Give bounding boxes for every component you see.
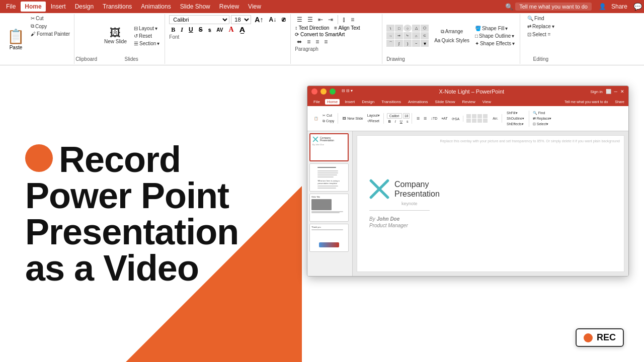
ppt-shape-mini[interactable] <box>483 114 488 118</box>
shape-item[interactable]: ⤷ <box>404 32 412 39</box>
columns-button[interactable]: ⫿ <box>341 15 348 24</box>
shape-item[interactable]: ⌣ <box>412 40 420 47</box>
copy-button[interactable]: ⧉ Copy <box>29 23 72 30</box>
close-button[interactable] <box>311 88 317 95</box>
increase-indent-button[interactable]: ⇥ <box>326 15 335 24</box>
section-button[interactable]: ☰ Section ▾ <box>132 40 162 47</box>
paste-button[interactable]: 📋 Paste <box>4 15 28 63</box>
tab-file[interactable]: File <box>2 2 20 12</box>
ppt-shape-mini[interactable] <box>466 114 471 118</box>
shape-effects-button[interactable]: ✦ Shape Effects ▾ <box>473 40 517 47</box>
ppt-shapeoutline-mini[interactable]: ShOutline▾ <box>505 116 526 121</box>
shape-fill-button[interactable]: 🪣 Shape Fill ▾ <box>473 25 517 32</box>
quick-styles-button[interactable]: Aа Quick Styles <box>432 37 471 44</box>
ppt-fontname-mini[interactable]: Calibri <box>387 113 402 119</box>
ppt-cut-mini[interactable]: ✂ Cut <box>321 113 336 118</box>
ppt-smartart-mini[interactable]: ⟳SA <box>450 117 461 122</box>
maximize-button[interactable] <box>330 88 336 95</box>
ppt-aligntext-mini[interactable]: ≡AT <box>440 116 449 121</box>
shape-item[interactable]: ⊂ <box>421 32 429 39</box>
align-text-button[interactable]: ≡ Align Text <box>334 25 360 31</box>
ppt-shape-mini[interactable] <box>472 119 476 123</box>
shape-outline-button[interactable]: □ Shape Outline ▾ <box>473 33 517 39</box>
shape-item[interactable]: ) <box>404 40 412 47</box>
shape-item[interactable]: △ <box>412 25 420 32</box>
ppt-layout-mini[interactable]: Layout▾ <box>366 113 381 118</box>
ppt-tab-view[interactable]: View <box>480 99 493 105</box>
shape-item[interactable]: \ <box>386 25 394 32</box>
cut-button[interactable]: ✂ Cut <box>29 15 72 22</box>
tab-slideshow[interactable]: Slide Show <box>176 2 214 12</box>
slide-thumb-3[interactable]: Slide Title <box>309 194 349 222</box>
tab-animations[interactable]: Animations <box>137 2 175 12</box>
font-highlight-button[interactable]: A̲ <box>237 25 247 34</box>
ppt-tab-transitions[interactable]: Transitions <box>379 99 403 105</box>
italic-button[interactable]: I <box>179 26 185 34</box>
shape-item[interactable]: □ <box>395 25 403 32</box>
ppt-tab-file[interactable]: File <box>311 99 322 105</box>
ppt-find-mini-btn[interactable]: 🔍 Find <box>531 111 553 116</box>
shape-item[interactable]: ∩ <box>412 32 420 39</box>
ppt-shape-mini[interactable] <box>466 119 471 123</box>
align-right-button[interactable]: ≡ <box>313 37 321 46</box>
tab-review[interactable]: Review <box>215 2 243 12</box>
ppt-shapefill-mini[interactable]: ShFill▾ <box>505 111 526 116</box>
clear-format-button[interactable]: ⎚ <box>280 16 287 24</box>
ppt-italic-mini[interactable]: I <box>393 119 397 124</box>
ppt-shape-mini[interactable] <box>477 114 482 118</box>
ppt-minimize-button[interactable]: ─ <box>614 89 617 94</box>
tell-me-input[interactable]: Tell me what you want to do <box>515 3 592 11</box>
slide-thumb-2[interactable]: What are here is using apresentation tem… <box>309 163 349 192</box>
layout-button[interactable]: ⊟ Layout ▾ <box>132 25 162 32</box>
ppt-fontsize-mini[interactable]: 18 <box>403 113 410 119</box>
increase-font-button[interactable]: A↑ <box>253 15 265 24</box>
numbering-button[interactable]: ☰ <box>305 15 315 24</box>
select-button[interactable]: ⊡ Select = <box>525 31 556 38</box>
ppt-restore-button[interactable]: ⬜ <box>606 89 611 94</box>
tab-home[interactable]: Home <box>21 2 45 12</box>
font-size-select[interactable]: 18 <box>231 15 251 24</box>
tab-insert[interactable]: Insert <box>47 2 70 12</box>
reset-button[interactable]: ↺ Reset <box>132 33 162 39</box>
underline-button[interactable]: U <box>187 26 195 34</box>
ppt-tab-design[interactable]: Design <box>360 99 376 105</box>
font-color-button[interactable]: A <box>226 25 235 34</box>
tab-design[interactable]: Design <box>71 2 98 12</box>
shape-item[interactable]: ○ <box>404 25 412 32</box>
comment-icon[interactable]: 💬 <box>633 3 642 11</box>
ppt-shape-mini[interactable] <box>472 114 476 118</box>
arrange-button[interactable]: ⧉ Arrange <box>432 28 471 36</box>
ppt-copy-mini[interactable]: ⧉ Copy <box>321 119 336 124</box>
ppt-shapeeffects-mini[interactable]: ShEffects▾ <box>505 122 526 127</box>
ppt-shape-mini[interactable] <box>483 119 488 123</box>
justify-button[interactable]: ≡ <box>322 37 330 46</box>
ppt-underline-mini[interactable]: U <box>398 119 404 124</box>
share-label[interactable]: Share <box>611 3 627 10</box>
ppt-share[interactable]: Share <box>615 100 624 104</box>
ppt-bullets-mini[interactable]: ☰ <box>415 116 421 121</box>
text-direction-button[interactable]: ↕ Text Direction <box>295 25 329 31</box>
minimize-button[interactable] <box>320 88 327 95</box>
shape-scroll[interactable]: ▾ <box>421 40 429 47</box>
ppt-paste-mini[interactable]: 📋 <box>312 116 320 121</box>
tab-view[interactable]: View <box>244 2 265 12</box>
ppt-arrange-mini[interactable]: Arr. <box>491 116 500 121</box>
slide-main[interactable]: Replace this overlay with your picture a… <box>357 135 624 272</box>
ppt-close-button[interactable]: ✕ <box>620 89 624 94</box>
bold-button[interactable]: B <box>169 26 177 34</box>
line-spacing-button[interactable]: ≡ <box>349 15 356 24</box>
slide-thumb-4[interactable]: Thank you <box>309 224 349 252</box>
decrease-indent-button[interactable]: ⇤ <box>316 15 325 24</box>
ppt-tab-slideshow[interactable]: Slide Show <box>433 99 457 105</box>
bullets-button[interactable]: ☰ <box>295 15 304 24</box>
ppt-tell-me[interactable]: Tell me what you want to do <box>565 100 608 104</box>
shape-item[interactable]: → <box>386 32 394 39</box>
charspace-button[interactable]: AV <box>214 27 225 33</box>
ppt-newslide-mini[interactable]: 🖼 New Slide <box>341 116 364 121</box>
center-button[interactable]: ≡ <box>305 37 312 46</box>
decrease-font-button[interactable]: A↓ <box>267 16 278 24</box>
strikethrough-button[interactable]: S <box>197 26 205 34</box>
ppt-numbering-mini[interactable]: ☰ <box>422 116 428 121</box>
shape-item[interactable]: ∫ <box>395 40 403 47</box>
shadow-button[interactable]: s <box>206 27 213 33</box>
